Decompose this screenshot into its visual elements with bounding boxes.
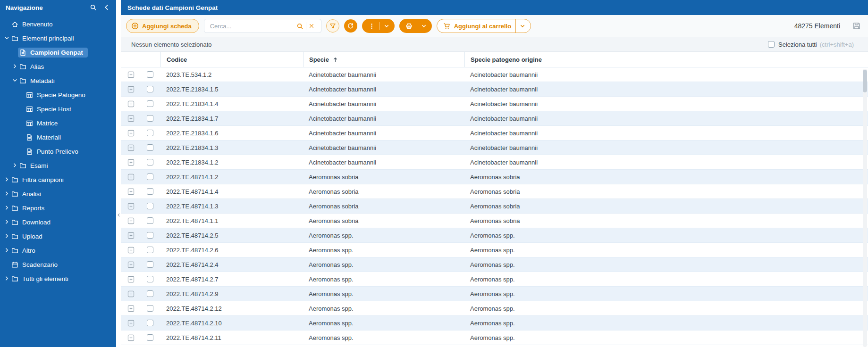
sidebar-item-campioni-genpat[interactable]: Campioni Genpat (0, 45, 116, 59)
add-to-cart-button[interactable]: Aggiungi al carrello (437, 19, 515, 33)
expand-row-icon[interactable] (127, 203, 135, 210)
sidebar-item-reports[interactable]: Reports (0, 201, 116, 215)
tree-chevron-icon[interactable] (4, 219, 10, 225)
sidebar-item-analisi[interactable]: Analisi (0, 187, 116, 201)
expand-row-icon[interactable] (127, 290, 135, 297)
tree-chevron-icon[interactable] (4, 233, 10, 239)
expand-row-icon[interactable] (127, 276, 135, 283)
table-row[interactable]: 2022.TE.21834.1.5 Acinetobacter baumanni… (121, 82, 868, 97)
expand-row-icon[interactable] (127, 174, 135, 181)
table-row[interactable]: 2022.TE.48714.2.5 Aeromonas spp. Aeromon… (121, 228, 868, 243)
filter-button[interactable] (326, 19, 339, 33)
table-row[interactable]: 2022.TE.48714.1.3 Aeromonas sobria Aerom… (121, 199, 868, 214)
expand-row-icon[interactable] (127, 305, 135, 312)
sidebar-item-metadati[interactable]: Metadati (0, 74, 116, 88)
tree-chevron-icon[interactable] (4, 205, 10, 211)
expand-row-icon[interactable] (127, 86, 135, 93)
expand-row-icon[interactable] (127, 144, 135, 151)
row-checkbox[interactable] (147, 71, 153, 78)
row-checkbox[interactable] (147, 130, 153, 136)
column-header-specie-patogeno-origine[interactable]: Specie patogeno origine (464, 52, 868, 67)
row-checkbox[interactable] (147, 247, 153, 253)
sidebar-item-upload[interactable]: Upload (0, 229, 116, 243)
save-view-button[interactable] (852, 22, 861, 30)
sidebar-item-altro[interactable]: Altro (0, 243, 116, 257)
table-row[interactable]: 2022.TE.48714.2.7 Aeromonas spp. Aeromon… (121, 272, 868, 287)
sidebar-item-materiali[interactable]: Materiali (0, 130, 116, 144)
table-row[interactable]: 2022.TE.48714.2.12 Aeromonas spp. Aeromo… (121, 301, 868, 316)
more-actions-button[interactable] (362, 19, 379, 33)
expand-row-icon[interactable] (127, 247, 135, 254)
sidebar-item-benvenuto[interactable]: Benvenuto (0, 17, 116, 31)
select-all-checkbox[interactable] (768, 41, 775, 48)
sidebar-item-scadenzario[interactable]: Scadenzario (0, 257, 116, 272)
collapse-handle-icon[interactable] (116, 209, 121, 221)
tree-chevron-icon[interactable] (4, 191, 10, 197)
expand-row-icon[interactable] (127, 217, 135, 224)
row-checkbox[interactable] (147, 290, 153, 297)
expand-row-icon[interactable] (127, 261, 135, 268)
table-row[interactable]: 2023.TE.534.1.2 Acinetobacter baumannii … (121, 67, 868, 82)
vertical-scrollbar[interactable] (863, 69, 867, 347)
collapse-left-icon[interactable] (103, 4, 110, 11)
tree-chevron-icon[interactable] (12, 163, 18, 168)
column-header-codice[interactable]: Codice (160, 52, 303, 67)
sidebar-item-esami[interactable]: Esami (0, 158, 116, 173)
row-checkbox[interactable] (147, 159, 153, 165)
row-checkbox[interactable] (147, 203, 153, 209)
row-checkbox[interactable] (147, 144, 153, 151)
table-row[interactable]: 2022.TE.48714.2.4 Aeromonas spp. Aeromon… (121, 257, 868, 272)
sidebar-item-specie-host[interactable]: Specie Host (0, 102, 116, 116)
row-checkbox[interactable] (147, 86, 153, 92)
row-checkbox[interactable] (147, 320, 153, 326)
column-header-specie[interactable]: Specie (303, 52, 464, 67)
tree-chevron-icon[interactable] (4, 248, 10, 253)
row-checkbox[interactable] (147, 174, 153, 180)
scrollbar-thumb[interactable] (863, 70, 867, 92)
row-checkbox[interactable] (147, 232, 153, 239)
search-icon[interactable] (294, 23, 306, 30)
expand-row-icon[interactable] (127, 130, 135, 137)
table-row[interactable]: 2022.TE.21834.1.7 Acinetobacter baumanni… (121, 111, 868, 126)
table-row[interactable]: 2022.TE.48714.2.11 Aeromonas spp. Aeromo… (121, 330, 868, 345)
add-record-button[interactable]: Aggiungi scheda (126, 19, 199, 33)
expand-row-icon[interactable] (127, 232, 135, 239)
expand-row-icon[interactable] (127, 188, 135, 195)
row-checkbox[interactable] (147, 188, 153, 195)
table-row[interactable]: 2022.TE.21834.1.4 Acinetobacter baumanni… (121, 97, 868, 111)
tree-chevron-icon[interactable] (4, 177, 10, 182)
row-checkbox[interactable] (147, 115, 153, 122)
search-icon[interactable] (90, 4, 97, 11)
cart-dropdown[interactable] (516, 19, 531, 33)
tree-chevron-icon[interactable] (12, 64, 18, 69)
sidebar-item-filtra-campioni[interactable]: Filtra campioni (0, 173, 116, 187)
table-row[interactable]: 2022.TE.48714.1.4 Aeromonas sobria Aerom… (121, 184, 868, 199)
tree-chevron-icon[interactable] (12, 78, 18, 83)
search-input[interactable] (204, 23, 294, 30)
sidebar-resize-gutter[interactable] (116, 0, 121, 347)
expand-row-icon[interactable] (127, 71, 135, 78)
expand-row-icon[interactable] (127, 320, 135, 327)
sidebar-item-elementi-principali[interactable]: Elementi principali (0, 31, 116, 45)
tree-chevron-icon[interactable] (4, 35, 10, 41)
table-row[interactable]: 2022.TE.48714.1.2 Aeromonas sobria Aerom… (121, 170, 868, 184)
expand-row-icon[interactable] (127, 100, 135, 107)
sidebar-item-matrice[interactable]: Matrice (0, 116, 116, 130)
print-button[interactable] (399, 19, 417, 33)
row-checkbox[interactable] (147, 100, 153, 107)
table-row[interactable]: 2022.TE.48714.2.9 Aeromonas spp. Aeromon… (121, 287, 868, 301)
expand-row-icon[interactable] (127, 159, 135, 166)
row-checkbox[interactable] (147, 261, 153, 268)
table-row[interactable]: 2022.TE.48714.1.1 Aeromonas sobria Aerom… (121, 214, 868, 228)
print-dropdown[interactable] (417, 19, 432, 33)
table-row[interactable]: 2022.TE.48714.2.6 Aeromonas spp. Aeromon… (121, 243, 868, 257)
table-row[interactable]: 2022.TE.48714.2.10 Aeromonas spp. Aeromo… (121, 316, 868, 330)
sidebar-item-tutti-gli-elementi[interactable]: Tutti gli elementi (0, 272, 116, 286)
sidebar-item-alias[interactable]: Alias (0, 59, 116, 74)
row-checkbox[interactable] (147, 334, 153, 341)
expand-row-icon[interactable] (127, 334, 135, 341)
expand-row-icon[interactable] (127, 115, 135, 122)
refresh-button[interactable] (344, 19, 357, 33)
sidebar-item-specie-patogeno[interactable]: Specie Patogeno (0, 88, 116, 102)
clear-search-icon[interactable] (306, 23, 317, 29)
